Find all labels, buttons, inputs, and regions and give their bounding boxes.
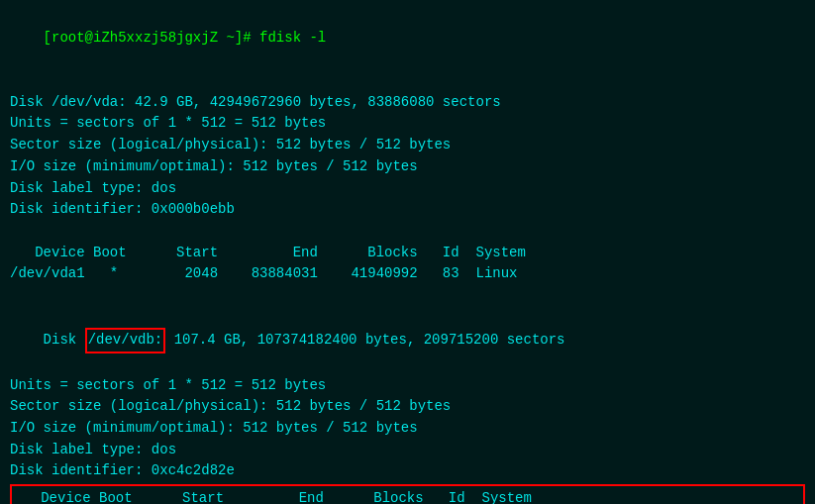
- disk1-table-header: Device Boot Start End Blocks Id System: [10, 243, 805, 264]
- blank-line-2: [10, 221, 805, 243]
- disk1-sector-size: Sector size (logical/physical): 512 byte…: [10, 135, 805, 156]
- blank-line-3: [10, 285, 805, 307]
- disk2-table: Device Boot Start End Blocks Id System /…: [10, 484, 805, 504]
- prompt-text: [root@iZh5xxzj58jgxjZ ~]# fdisk -l: [44, 30, 327, 46]
- disk2-header-highlight: /dev/vdb:: [85, 328, 166, 353]
- blank-line-1: [10, 70, 805, 92]
- disk2-header-line: Disk /dev/vdb: 107.4 GB, 107374182400 by…: [10, 307, 805, 375]
- disk1-identifier: Disk identifier: 0x000b0ebb: [10, 199, 805, 221]
- disk2-io-size: I/O size (minimum/optimal): 512 bytes / …: [10, 418, 805, 440]
- disk1-label-type: Disk label type: dos: [10, 178, 805, 200]
- disk2-table-header: Device Boot Start End Blocks Id System: [16, 488, 799, 504]
- disk1-header: Disk /dev/vda: 42.9 GB, 42949672960 byte…: [10, 92, 805, 114]
- disk2-label-type: Disk label type: dos: [10, 440, 805, 461]
- disk1-units: Units = sectors of 1 * 512 = 512 bytes: [10, 113, 805, 135]
- disk2-sector-size: Sector size (logical/physical): 512 byte…: [10, 396, 805, 418]
- disk2-units: Units = sectors of 1 * 512 = 512 bytes: [10, 375, 805, 397]
- disk1-row1: /dev/vda1 * 2048 83884031 41940992 83 Li…: [10, 263, 805, 285]
- disk2-header-prefix: Disk: [44, 332, 85, 348]
- command-line: [root@iZh5xxzj58jgxjZ ~]# fdisk -l: [10, 6, 805, 70]
- terminal-window: [root@iZh5xxzj58jgxjZ ~]# fdisk -l Disk …: [0, 0, 815, 504]
- disk2-header-suffix: 107.4 GB, 107374182400 bytes, 209715200 …: [165, 332, 564, 348]
- disk1-io-size: I/O size (minimum/optimal): 512 bytes / …: [10, 156, 805, 178]
- disk2-identifier: Disk identifier: 0xc4c2d82e: [10, 460, 805, 482]
